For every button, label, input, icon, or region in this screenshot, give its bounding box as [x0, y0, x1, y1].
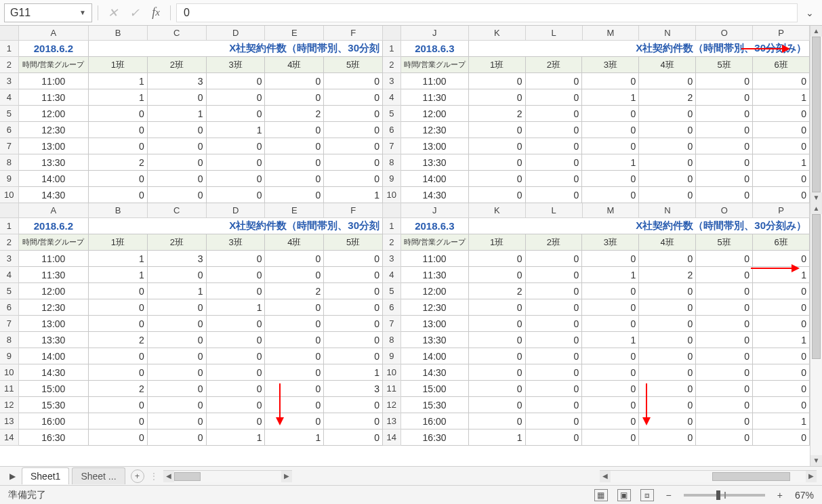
data-cell[interactable]: 1: [148, 106, 207, 122]
sheet-tab[interactable]: Sheet ...: [72, 467, 125, 484]
row-header[interactable]: 3: [0, 73, 19, 89]
data-cell[interactable]: 2: [639, 267, 696, 283]
row-header[interactable]: 10: [0, 187, 19, 203]
data-cell[interactable]: 2: [639, 89, 696, 106]
group-header[interactable]: 2班: [148, 57, 207, 73]
column-header[interactable]: L: [526, 26, 583, 41]
data-cell[interactable]: 0: [526, 154, 583, 171]
data-cell[interactable]: 0: [469, 348, 526, 364]
time-cell[interactable]: 13:00: [401, 138, 469, 154]
data-cell[interactable]: 0: [148, 122, 207, 138]
column-header[interactable]: L: [526, 203, 583, 218]
data-cell[interactable]: 0: [753, 429, 810, 446]
row-header[interactable]: 7: [383, 138, 401, 154]
data-cell[interactable]: 0: [89, 299, 148, 316]
column-header[interactable]: P: [753, 203, 810, 218]
data-cell[interactable]: 0: [265, 299, 324, 316]
row-header[interactable]: 7: [0, 316, 19, 332]
data-cell[interactable]: 0: [324, 106, 383, 122]
data-cell[interactable]: 0: [639, 429, 696, 446]
row-header[interactable]: 5: [383, 106, 401, 122]
data-cell[interactable]: 0: [324, 397, 383, 413]
data-cell[interactable]: 0: [324, 348, 383, 364]
data-cell[interactable]: 0: [265, 89, 324, 106]
data-cell[interactable]: 0: [582, 348, 639, 364]
data-cell[interactable]: 0: [265, 381, 324, 397]
row-header[interactable]: 3: [0, 251, 19, 267]
time-cell[interactable]: 13:00: [401, 316, 469, 332]
data-cell[interactable]: 0: [148, 332, 207, 348]
data-cell[interactable]: 0: [207, 364, 266, 381]
time-cell[interactable]: 11:30: [19, 89, 89, 106]
data-cell[interactable]: 0: [582, 283, 639, 299]
data-cell[interactable]: 2: [265, 106, 324, 122]
select-all-corner[interactable]: [383, 26, 401, 41]
data-cell[interactable]: 1: [89, 73, 148, 89]
data-cell[interactable]: 0: [526, 283, 583, 299]
time-cell[interactable]: 11:30: [401, 89, 469, 106]
data-cell[interactable]: 0: [639, 364, 696, 381]
time-cell[interactable]: 15:30: [19, 397, 89, 413]
group-header[interactable]: 6班: [753, 234, 810, 251]
column-header[interactable]: F: [324, 26, 383, 41]
group-header[interactable]: 4班: [639, 234, 696, 251]
data-cell[interactable]: 0: [265, 138, 324, 154]
data-cell[interactable]: 0: [526, 364, 583, 381]
data-cell[interactable]: 0: [207, 397, 266, 413]
data-cell[interactable]: 1: [582, 267, 639, 283]
data-cell[interactable]: 0: [753, 138, 810, 154]
column-header[interactable]: B: [89, 26, 148, 41]
data-cell[interactable]: 0: [265, 171, 324, 187]
row-header[interactable]: 1: [0, 218, 19, 234]
data-cell[interactable]: 0: [526, 413, 583, 429]
data-cell[interactable]: 1: [753, 267, 810, 283]
data-cell[interactable]: 2: [469, 106, 526, 122]
scroll-right-icon[interactable]: ▶: [281, 471, 292, 482]
name-box[interactable]: G11 ▼: [4, 3, 92, 22]
data-cell[interactable]: 0: [324, 138, 383, 154]
time-cell[interactable]: 11:00: [401, 251, 469, 267]
data-cell[interactable]: 2: [89, 381, 148, 397]
data-cell[interactable]: 0: [207, 187, 266, 203]
sheet-tab-active[interactable]: Sheet1: [22, 467, 69, 484]
data-cell[interactable]: 0: [526, 348, 583, 364]
data-cell[interactable]: 0: [265, 397, 324, 413]
data-cell[interactable]: 0: [639, 251, 696, 267]
row-header[interactable]: 9: [0, 171, 19, 187]
data-cell[interactable]: 0: [148, 138, 207, 154]
group-header[interactable]: 5班: [324, 234, 383, 251]
row-header[interactable]: 9: [0, 348, 19, 364]
column-header[interactable]: D: [207, 26, 266, 41]
column-header[interactable]: J: [401, 203, 469, 218]
scroll-down-icon[interactable]: ▼: [810, 192, 822, 203]
row-header[interactable]: 9: [383, 348, 401, 364]
fx-button[interactable]: fx: [147, 4, 165, 22]
pane-top-left[interactable]: ABCDEF12018.6.2X社契約件数（時間帯別、30分刻2時間/営業グルー…: [0, 26, 383, 203]
data-cell[interactable]: 0: [526, 316, 583, 332]
time-cell[interactable]: 14:30: [19, 187, 89, 203]
data-cell[interactable]: 0: [696, 122, 753, 138]
data-cell[interactable]: 0: [526, 397, 583, 413]
data-cell[interactable]: 0: [639, 138, 696, 154]
data-cell[interactable]: 0: [696, 106, 753, 122]
data-cell[interactable]: 0: [696, 429, 753, 446]
table-title[interactable]: X社契約件数（時間帯別、30分刻: [89, 218, 383, 234]
chevron-down-icon[interactable]: ▼: [79, 9, 86, 16]
scroll-up-icon[interactable]: ▲: [810, 203, 822, 214]
column-header[interactable]: J: [401, 26, 469, 41]
data-cell[interactable]: 0: [582, 364, 639, 381]
time-cell[interactable]: 15:00: [19, 381, 89, 397]
data-cell[interactable]: 0: [89, 429, 148, 446]
data-cell[interactable]: 0: [639, 106, 696, 122]
data-cell[interactable]: 0: [324, 89, 383, 106]
row-header[interactable]: 7: [0, 138, 19, 154]
time-cell[interactable]: 12:00: [401, 106, 469, 122]
row-header[interactable]: 4: [383, 267, 401, 283]
data-cell[interactable]: 0: [265, 122, 324, 138]
data-cell[interactable]: 0: [469, 154, 526, 171]
data-cell[interactable]: 0: [265, 364, 324, 381]
row-header[interactable]: 2: [383, 234, 401, 251]
data-cell[interactable]: 0: [639, 348, 696, 364]
data-cell[interactable]: 1: [207, 299, 266, 316]
column-header[interactable]: B: [89, 203, 148, 218]
